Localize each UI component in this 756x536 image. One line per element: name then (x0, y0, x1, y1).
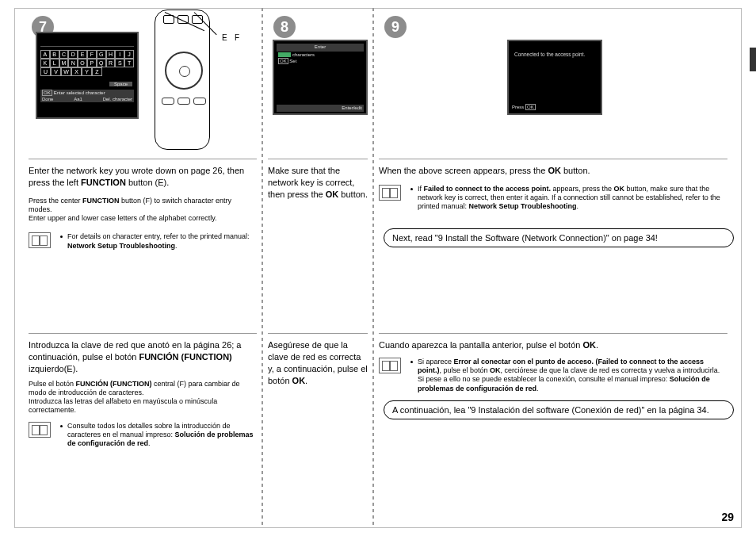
hr-9-mid (379, 333, 727, 334)
step9-en: When the above screen appears, press the… (379, 165, 727, 212)
label-f: F (235, 33, 239, 42)
hr-8-top (268, 159, 368, 159)
hr-7-mid (29, 333, 257, 334)
book-icon (29, 232, 51, 248)
step7-es: Introduzca la clave de red que anotó en … (29, 339, 257, 448)
step9-es: Cuando aparezca la pantalla anterior, pu… (379, 339, 727, 393)
label-e: E (222, 33, 227, 42)
lcd-connected: Connected to the access point. Press OK (507, 40, 602, 115)
lcd-enter-key: Enter characters OK Set Enter/edit (273, 40, 368, 115)
page-number: 29 (721, 511, 734, 523)
step-8-badge: 8 (273, 16, 296, 38)
next-pill-en: Next, read "9 Install the Software (Netw… (384, 228, 734, 247)
book-icon (379, 358, 401, 373)
section-tab (750, 48, 756, 71)
col-sep-1 (262, 8, 263, 528)
col-sep-2 (372, 8, 374, 528)
hr-7-top (29, 159, 257, 159)
remote-control (155, 10, 250, 152)
step-9-badge: 9 (384, 16, 407, 38)
step8-en: Make sure that the network key is correc… (268, 165, 368, 201)
space-key: Space (109, 82, 132, 86)
hr-8-mid (268, 333, 368, 334)
lcd-keyboard: ABCDEFGHIJKLMNOPQRSTUVWXYZ Space OKEnter… (36, 32, 139, 119)
book-icon (379, 185, 401, 201)
hr-9-top (379, 159, 727, 159)
step7-en: Enter the network key you wrote down on … (29, 165, 257, 251)
manual-page: 7 8 9 ABCDEFGHIJKLMNOPQRSTUVWXYZ Space O… (0, 0, 756, 536)
next-pill-es: A continuación, lea "9 Instalación del s… (384, 400, 734, 419)
book-icon (29, 422, 51, 438)
step8-es: Asegúrese de que la clave de red es corr… (268, 339, 368, 386)
